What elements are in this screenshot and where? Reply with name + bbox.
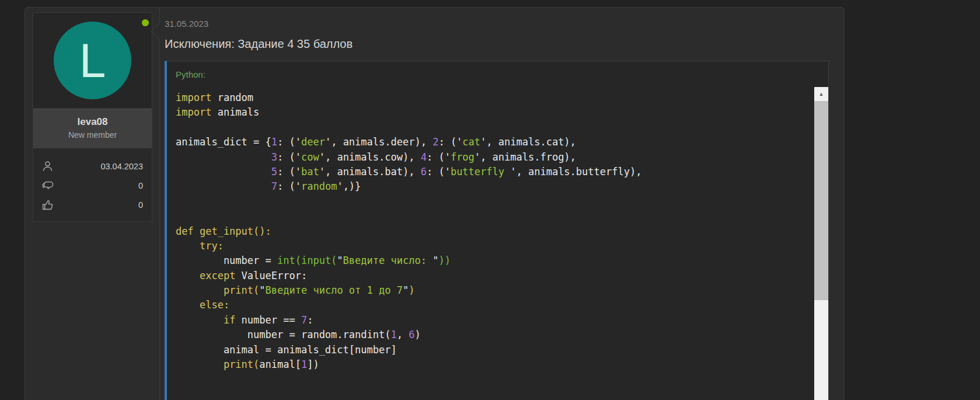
comments-icon [41,179,54,192]
avatar-letter: L [79,37,106,85]
joined-date: 03.04.2023 [100,162,143,171]
forum-post: L leva08 New member [25,7,845,400]
post-title: Исключения: Задание 4 35 баллов [165,37,829,51]
user-title: New member [36,130,149,140]
stat-row-messages: 0 [41,176,143,195]
scroll-up-button[interactable]: ▲ [814,87,828,101]
online-indicator-icon [142,19,149,26]
stat-row-joined: 03.04.2023 [41,156,143,176]
user-name-block: leva08 New member [33,109,152,148]
like-icon [41,199,54,211]
post-date-link[interactable]: 31.05.2023 [165,19,208,29]
code-scroll-area[interactable]: import randomimport animals animals_dict… [167,87,828,400]
user-panel: L leva08 New member [33,12,152,222]
scroll-up-icon: ▲ [819,92,824,97]
scroll-thumb[interactable] [814,101,828,300]
code-language-label: Python: [167,61,828,87]
user-cell: L leva08 New member [25,8,159,400]
stat-row-likes: 0 [41,195,143,214]
code-lines: import randomimport animals animals_dict… [176,91,805,372]
code-block: Python: import randomimport animals anim… [165,61,829,400]
page: L leva08 New member [0,0,980,400]
avatar[interactable]: L [54,22,131,99]
user-stats: 03.04.2023 0 [33,148,152,222]
messages-count: 0 [138,181,143,190]
user-icon [41,160,54,172]
message-cell: 31.05.2023 Исключения: Задание 4 35 балл… [159,8,844,400]
avatar-section: L [33,12,152,109]
scrollbar[interactable]: ▲ [814,87,828,400]
username-link[interactable]: leva08 [36,116,149,128]
likes-count: 0 [138,200,143,210]
